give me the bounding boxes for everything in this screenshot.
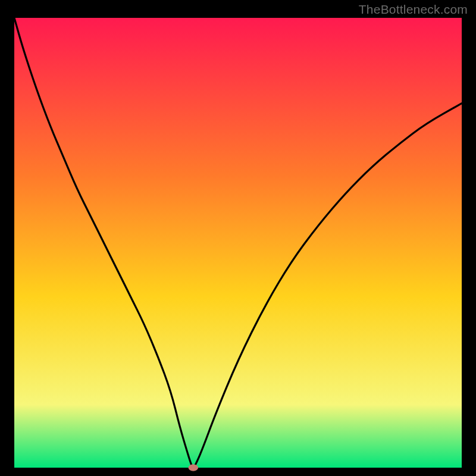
plot-gradient-background	[14, 18, 462, 468]
chart-frame: { "watermark": "TheBottleneck.com", "col…	[0, 0, 476, 476]
bottleneck-chart	[0, 0, 476, 476]
optimum-marker	[189, 464, 199, 471]
watermark-text: TheBottleneck.com	[359, 2, 468, 17]
